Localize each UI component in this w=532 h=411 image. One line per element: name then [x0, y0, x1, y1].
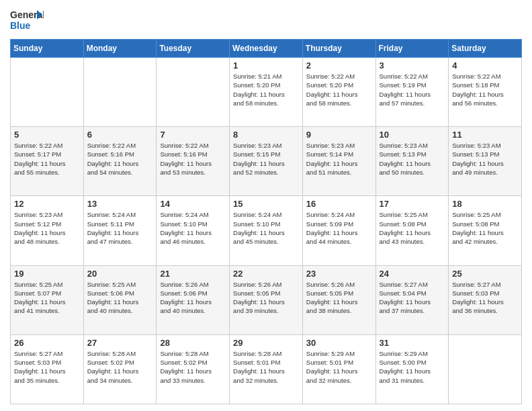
day-info: Sunrise: 5:24 AM Sunset: 5:10 PM Dayligh… — [233, 210, 299, 246]
day-number: 11 — [452, 130, 518, 140]
column-header-wednesday: Wednesday — [230, 40, 303, 58]
day-info: Sunrise: 5:26 AM Sunset: 5:05 PM Dayligh… — [233, 280, 299, 316]
day-number: 12 — [14, 199, 80, 209]
day-number: 13 — [87, 199, 153, 209]
logo-svg: GeneralBlue — [10, 7, 44, 34]
day-info: Sunrise: 5:23 AM Sunset: 5:15 PM Dayligh… — [233, 141, 299, 177]
day-number: 23 — [306, 269, 372, 279]
calendar-cell: 1Sunrise: 5:21 AM Sunset: 5:20 PM Daylig… — [230, 58, 303, 127]
calendar-cell: 2Sunrise: 5:22 AM Sunset: 5:20 PM Daylig… — [302, 58, 375, 127]
day-number: 7 — [160, 130, 226, 140]
calendar-cell: 24Sunrise: 5:27 AM Sunset: 5:04 PM Dayli… — [375, 265, 449, 334]
day-number: 14 — [160, 199, 226, 209]
day-info: Sunrise: 5:23 AM Sunset: 5:12 PM Dayligh… — [14, 210, 80, 246]
day-info: Sunrise: 5:28 AM Sunset: 5:01 PM Dayligh… — [233, 349, 299, 385]
day-number: 16 — [306, 199, 372, 209]
day-number: 25 — [452, 269, 518, 279]
calendar-cell: 22Sunrise: 5:26 AM Sunset: 5:05 PM Dayli… — [230, 265, 303, 334]
day-info: Sunrise: 5:27 AM Sunset: 5:03 PM Dayligh… — [452, 280, 518, 316]
calendar-cell: 21Sunrise: 5:26 AM Sunset: 5:06 PM Dayli… — [157, 265, 230, 334]
day-info: Sunrise: 5:25 AM Sunset: 5:07 PM Dayligh… — [14, 280, 80, 316]
day-number: 5 — [14, 130, 80, 140]
day-number: 28 — [160, 338, 226, 348]
calendar-cell: 6Sunrise: 5:22 AM Sunset: 5:16 PM Daylig… — [83, 127, 157, 196]
day-number: 10 — [380, 130, 445, 140]
day-info: Sunrise: 5:25 AM Sunset: 5:06 PM Dayligh… — [87, 280, 153, 316]
day-number: 18 — [452, 199, 518, 209]
calendar-cell: 4Sunrise: 5:22 AM Sunset: 5:18 PM Daylig… — [449, 58, 522, 127]
calendar-cell: 14Sunrise: 5:24 AM Sunset: 5:10 PM Dayli… — [157, 196, 230, 265]
day-info: Sunrise: 5:27 AM Sunset: 5:04 PM Dayligh… — [380, 280, 445, 316]
day-info: Sunrise: 5:22 AM Sunset: 5:16 PM Dayligh… — [87, 141, 153, 177]
day-number: 8 — [233, 130, 299, 140]
calendar-cell: 3Sunrise: 5:22 AM Sunset: 5:19 PM Daylig… — [375, 58, 449, 127]
calendar-cell: 10Sunrise: 5:23 AM Sunset: 5:13 PM Dayli… — [375, 127, 449, 196]
column-header-saturday: Saturday — [449, 40, 522, 58]
day-info: Sunrise: 5:28 AM Sunset: 5:02 PM Dayligh… — [87, 349, 153, 385]
day-info: Sunrise: 5:22 AM Sunset: 5:20 PM Dayligh… — [306, 72, 372, 107]
day-number: 29 — [233, 338, 299, 348]
day-number: 1 — [233, 60, 299, 71]
calendar-cell: 5Sunrise: 5:22 AM Sunset: 5:17 PM Daylig… — [11, 127, 84, 196]
day-info: Sunrise: 5:22 AM Sunset: 5:19 PM Dayligh… — [380, 72, 445, 107]
calendar-cell: 12Sunrise: 5:23 AM Sunset: 5:12 PM Dayli… — [11, 196, 84, 265]
calendar-week-row: 5Sunrise: 5:22 AM Sunset: 5:17 PM Daylig… — [11, 127, 522, 196]
column-header-thursday: Thursday — [302, 40, 375, 58]
calendar-cell — [11, 58, 84, 127]
day-info: Sunrise: 5:29 AM Sunset: 5:01 PM Dayligh… — [306, 349, 372, 385]
day-number: 6 — [87, 130, 153, 140]
day-number: 27 — [87, 338, 153, 348]
calendar-cell: 20Sunrise: 5:25 AM Sunset: 5:06 PM Dayli… — [83, 265, 157, 334]
day-number: 26 — [14, 338, 80, 348]
calendar-week-row: 12Sunrise: 5:23 AM Sunset: 5:12 PM Dayli… — [11, 196, 522, 265]
day-info: Sunrise: 5:24 AM Sunset: 5:10 PM Dayligh… — [160, 210, 226, 246]
day-info: Sunrise: 5:29 AM Sunset: 5:00 PM Dayligh… — [380, 349, 445, 385]
logo: GeneralBlue — [10, 7, 44, 34]
calendar-table: SundayMondayTuesdayWednesdayThursdayFrid… — [10, 39, 522, 404]
calendar-header-row: SundayMondayTuesdayWednesdayThursdayFrid… — [11, 40, 522, 58]
day-info: Sunrise: 5:23 AM Sunset: 5:13 PM Dayligh… — [380, 141, 445, 177]
column-header-friday: Friday — [375, 40, 449, 58]
calendar-cell: 7Sunrise: 5:22 AM Sunset: 5:16 PM Daylig… — [157, 127, 230, 196]
day-info: Sunrise: 5:26 AM Sunset: 5:06 PM Dayligh… — [160, 280, 226, 316]
day-number: 15 — [233, 199, 299, 209]
calendar-cell: 29Sunrise: 5:28 AM Sunset: 5:01 PM Dayli… — [230, 334, 303, 404]
calendar-week-row: 26Sunrise: 5:27 AM Sunset: 5:03 PM Dayli… — [11, 334, 522, 404]
calendar-cell: 13Sunrise: 5:24 AM Sunset: 5:11 PM Dayli… — [83, 196, 157, 265]
calendar-cell: 17Sunrise: 5:25 AM Sunset: 5:08 PM Dayli… — [375, 196, 449, 265]
day-info: Sunrise: 5:25 AM Sunset: 5:08 PM Dayligh… — [380, 210, 445, 246]
calendar-cell: 18Sunrise: 5:25 AM Sunset: 5:08 PM Dayli… — [449, 196, 522, 265]
day-number: 9 — [306, 130, 372, 140]
day-number: 3 — [380, 60, 445, 71]
calendar-cell — [83, 58, 157, 127]
calendar-cell — [449, 334, 522, 404]
day-info: Sunrise: 5:27 AM Sunset: 5:03 PM Dayligh… — [14, 349, 80, 385]
day-number: 4 — [452, 60, 518, 71]
calendar-cell: 15Sunrise: 5:24 AM Sunset: 5:10 PM Dayli… — [230, 196, 303, 265]
day-info: Sunrise: 5:25 AM Sunset: 5:08 PM Dayligh… — [452, 210, 518, 246]
day-info: Sunrise: 5:23 AM Sunset: 5:14 PM Dayligh… — [306, 141, 372, 177]
day-info: Sunrise: 5:23 AM Sunset: 5:13 PM Dayligh… — [452, 141, 518, 177]
calendar-cell: 11Sunrise: 5:23 AM Sunset: 5:13 PM Dayli… — [449, 127, 522, 196]
day-info: Sunrise: 5:22 AM Sunset: 5:16 PM Dayligh… — [160, 141, 226, 177]
calendar-cell: 16Sunrise: 5:24 AM Sunset: 5:09 PM Dayli… — [302, 196, 375, 265]
day-info: Sunrise: 5:22 AM Sunset: 5:17 PM Dayligh… — [14, 141, 80, 177]
day-number: 19 — [14, 269, 80, 279]
calendar-cell: 25Sunrise: 5:27 AM Sunset: 5:03 PM Dayli… — [449, 265, 522, 334]
day-number: 24 — [380, 269, 445, 279]
calendar-cell: 30Sunrise: 5:29 AM Sunset: 5:01 PM Dayli… — [302, 334, 375, 404]
calendar-cell: 19Sunrise: 5:25 AM Sunset: 5:07 PM Dayli… — [11, 265, 84, 334]
calendar-week-row: 1Sunrise: 5:21 AM Sunset: 5:20 PM Daylig… — [11, 58, 522, 127]
day-info: Sunrise: 5:26 AM Sunset: 5:05 PM Dayligh… — [306, 280, 372, 316]
calendar-cell: 31Sunrise: 5:29 AM Sunset: 5:00 PM Dayli… — [375, 334, 449, 404]
day-info: Sunrise: 5:22 AM Sunset: 5:18 PM Dayligh… — [452, 72, 518, 107]
day-number: 2 — [306, 60, 372, 71]
day-number: 30 — [306, 338, 372, 348]
calendar-cell: 27Sunrise: 5:28 AM Sunset: 5:02 PM Dayli… — [83, 334, 157, 404]
day-info: Sunrise: 5:28 AM Sunset: 5:02 PM Dayligh… — [160, 349, 226, 385]
svg-text:Blue: Blue — [10, 20, 31, 31]
day-info: Sunrise: 5:24 AM Sunset: 5:09 PM Dayligh… — [306, 210, 372, 246]
calendar-cell — [157, 58, 230, 127]
calendar-cell: 26Sunrise: 5:27 AM Sunset: 5:03 PM Dayli… — [11, 334, 84, 404]
day-number: 21 — [160, 269, 226, 279]
